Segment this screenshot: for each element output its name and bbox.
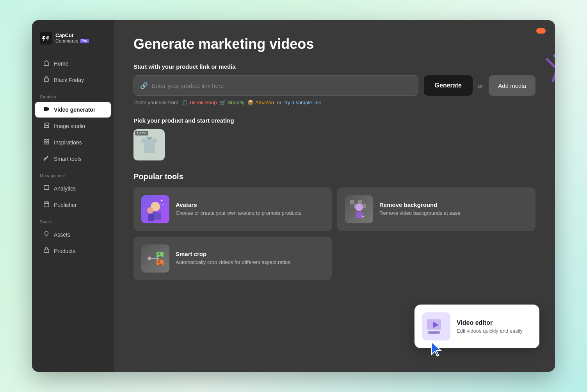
product-url-input[interactable] — [152, 82, 412, 89]
svg-point-29 — [148, 257, 151, 260]
svg-point-26 — [355, 203, 363, 211]
svg-rect-0 — [40, 32, 52, 45]
sidebar-item-publisher[interactable]: Publisher — [35, 197, 111, 213]
video-editor-tooltip-name: Video editor — [457, 319, 523, 326]
svg-rect-1 — [44, 78, 48, 82]
avatars-tool-desc: Choose or create your own avatars to pro… — [176, 210, 301, 217]
sidebar-item-smart-tools[interactable]: Smart tools — [35, 151, 111, 167]
product-thumbnail[interactable]: Demo — [133, 129, 165, 160]
sidebar-item-publisher-label: Publisher — [54, 202, 76, 208]
smart-crop-tool-desc: Automatically crop videos for different … — [176, 259, 290, 266]
page-title: Generate marketing videos — [133, 36, 535, 52]
svg-rect-2 — [44, 107, 48, 111]
orange-decoration — [536, 28, 546, 34]
generate-button[interactable]: Generate — [424, 75, 473, 96]
svg-rect-8 — [47, 142, 49, 144]
sidebar-item-inspirations-label: Inspirations — [54, 139, 82, 146]
main-content: Generate marketing videos Start with you… — [114, 20, 555, 372]
analytics-icon — [43, 185, 50, 192]
svg-rect-19 — [354, 200, 358, 204]
svg-rect-11 — [44, 249, 49, 253]
svg-rect-7 — [44, 142, 46, 144]
sidebar-item-analytics[interactable]: Analytics — [35, 181, 111, 196]
video-generator-icon — [43, 106, 50, 114]
svg-rect-38 — [430, 332, 438, 333]
space-section-label: Space — [32, 213, 114, 226]
smart-crop-tool-card[interactable]: Smart crop Automatically crop videos for… — [133, 237, 332, 280]
svg-rect-3 — [44, 123, 49, 128]
svg-point-4 — [45, 124, 46, 125]
capcut-logo-icon — [40, 32, 52, 45]
svg-text:✂: ✂ — [361, 214, 365, 219]
svg-rect-18 — [350, 200, 354, 204]
smart-crop-thumb — [141, 244, 169, 273]
svg-point-31 — [158, 253, 160, 255]
svg-text:✦: ✦ — [162, 203, 164, 206]
sidebar-item-home-label: Home — [54, 61, 68, 67]
or-text: or — [478, 82, 483, 89]
svg-rect-32 — [159, 256, 162, 257]
sidebar-item-video-generator[interactable]: Video generator — [35, 102, 111, 118]
sample-link[interactable]: try a sample link — [285, 100, 321, 105]
link-icon: 🔗 — [140, 82, 148, 89]
shopping-icon — [43, 76, 50, 84]
sidebar-item-products[interactable]: Products — [35, 243, 111, 259]
sidebar-item-assets[interactable]: Assets — [35, 227, 111, 242]
svg-rect-35 — [159, 264, 162, 265]
home-icon — [43, 60, 50, 68]
demo-badge: Demo — [135, 131, 148, 135]
sidebar-item-inspirations[interactable]: Inspirations — [35, 135, 111, 150]
svg-rect-10 — [44, 202, 49, 207]
brand-name: CapCut — [55, 33, 89, 38]
input-section-title: Start with your product link or media — [133, 63, 535, 70]
app-window: CapCut Commerce Pro Home Black Friday Cr… — [32, 20, 555, 372]
add-media-button[interactable]: Add media — [489, 75, 535, 96]
video-editor-tooltip-card[interactable]: Video editor Edit videos quickly and eas… — [414, 305, 539, 348]
svg-rect-9 — [44, 185, 49, 189]
svg-rect-15 — [148, 214, 154, 221]
sidebar-item-image-studio[interactable]: Image studio — [35, 118, 111, 134]
tiktok-shop-link[interactable]: TikTok Shop — [189, 100, 217, 105]
sidebar-item-analytics-label: Analytics — [54, 185, 76, 192]
sidebar-item-black-friday[interactable]: Black Friday — [35, 72, 111, 88]
remove-bg-thumb: ✂ — [345, 195, 373, 223]
smart-crop-tool-name: Smart crop — [176, 251, 290, 257]
svg-rect-22 — [350, 204, 354, 208]
sidebar-item-image-studio-label: Image studio — [54, 123, 85, 129]
tools-grid: ✦ ✦ Avatars Choose or create your own av… — [133, 187, 535, 280]
url-input-wrap[interactable]: 🔗 — [133, 75, 418, 96]
input-row: 🔗 Generate or Add media — [133, 75, 535, 96]
sidebar-item-smart-tools-label: Smart tools — [54, 156, 82, 162]
sidebar-item-assets-label: Assets — [54, 232, 70, 238]
svg-text:✦: ✦ — [160, 199, 163, 202]
creation-section-label: Creation — [32, 88, 114, 102]
sidebar-item-home[interactable]: Home — [35, 56, 111, 71]
products-icon — [43, 247, 50, 255]
remove-bg-tool-name: Remove background — [379, 201, 460, 208]
pro-badge: Pro — [80, 39, 89, 43]
remove-background-tool-card[interactable]: ✂ Remove background Remove video backgro… — [337, 187, 535, 231]
svg-rect-21 — [362, 200, 366, 204]
hint-text: Paste your link from 🎵TikTok Shop 🛒Shopi… — [133, 100, 535, 105]
avatars-tool-name: Avatars — [176, 201, 301, 208]
cursor-arrow — [430, 340, 444, 359]
shopify-link[interactable]: Shopify — [228, 100, 244, 105]
brand-sub: Commerce Pro — [55, 39, 89, 44]
purple-decoration — [532, 52, 555, 91]
sidebar-item-video-generator-label: Video generator — [54, 107, 95, 113]
management-section-label: Management — [32, 167, 114, 180]
svg-rect-6 — [47, 139, 49, 141]
amazon-link[interactable]: Amazon — [255, 100, 274, 105]
sidebar-item-products-label: Products — [54, 248, 75, 254]
svg-point-34 — [158, 260, 160, 263]
popular-tools-title: Popular tools — [133, 172, 535, 181]
video-editor-tooltip-desc: Edit videos quickly and easily — [457, 328, 523, 334]
avatars-tool-card[interactable]: ✦ ✦ Avatars Choose or create your own av… — [133, 187, 332, 231]
video-editor-thumb — [422, 312, 450, 340]
inspirations-icon — [43, 139, 50, 146]
shirt-image — [139, 134, 160, 156]
svg-rect-5 — [44, 139, 46, 141]
publisher-icon — [43, 201, 50, 209]
product-section-title: Pick your product and start creating — [133, 117, 535, 124]
sidebar-item-black-friday-label: Black Friday — [54, 77, 84, 83]
